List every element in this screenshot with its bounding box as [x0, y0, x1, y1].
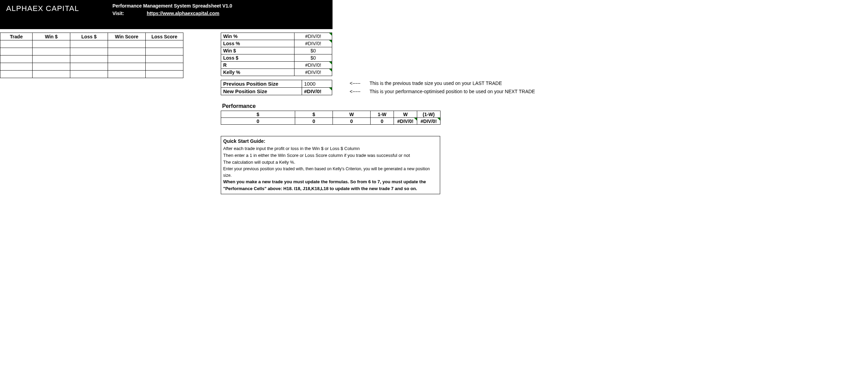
position-table: Previous Position Size 1000 New Position…	[221, 80, 332, 95]
guide-line: After each trade input the profit or los…	[223, 145, 438, 152]
arrow-icon: <-----	[350, 89, 361, 94]
quick-start-guide: Quick Start Guide: After each trade inpu…	[221, 136, 440, 194]
col-header-lossscore: Loss Score	[146, 33, 183, 40]
stat-label: Kelly %	[221, 69, 294, 76]
arrow-icon: <-----	[350, 80, 361, 86]
stat-label: R	[221, 62, 294, 69]
guide-line: When you make a new trade you must updat…	[223, 178, 438, 192]
stat-value: $0	[294, 47, 332, 54]
table-row[interactable]	[0, 55, 183, 63]
stat-label: Loss $	[221, 54, 294, 62]
stat-value: #DIV/0!	[294, 40, 332, 47]
table-row[interactable]	[0, 63, 183, 71]
table-row[interactable]	[0, 71, 183, 78]
col-header-loss: Loss $	[70, 33, 108, 40]
visit-label: Visit:	[112, 10, 147, 17]
stats-table: Win %#DIV/0! Loss %#DIV/0! Win $$0 Loss …	[221, 33, 332, 76]
perf-header: 1-W	[371, 111, 394, 118]
site-link[interactable]: https://www.alphaexcapital.com	[147, 10, 219, 17]
perf-value: #DIV/0!	[394, 118, 417, 125]
perf-header: $	[295, 111, 333, 118]
header-info: Performance Management System Spreadshee…	[112, 2, 232, 29]
col-header-trade: Trade	[0, 33, 33, 40]
perf-header: $	[221, 111, 295, 118]
stat-value: #DIV/0!	[294, 69, 332, 76]
perf-value: 0	[221, 118, 295, 125]
guide-line: Then enter a 1 in either the Win Score o…	[223, 152, 438, 159]
stat-label: Loss %	[221, 40, 294, 47]
new-position-label: New Position Size	[221, 88, 302, 95]
table-row[interactable]	[0, 48, 183, 55]
guide-line: The calculation will output a Kelly %.	[223, 159, 438, 166]
col-header-win: Win $	[33, 33, 70, 40]
guide-line: Enter your previous position you traded …	[223, 166, 438, 178]
stat-label: Win %	[221, 33, 294, 40]
perf-header: W	[333, 111, 371, 118]
prev-position-label: Previous Position Size	[221, 80, 302, 88]
prev-position-value[interactable]: 1000	[302, 80, 332, 88]
perf-header: W	[394, 111, 417, 118]
trade-input-table: Trade Win $ Loss $ Win Score Loss Score	[0, 33, 183, 78]
table-row[interactable]	[0, 40, 183, 48]
guide-title: Quick Start Guide:	[223, 138, 438, 145]
perf-value: 0	[295, 118, 333, 125]
brand-logo: ALPHAEX CAPITAL	[6, 2, 112, 29]
perf-value: #DIV/0!	[417, 118, 441, 125]
spreadsheet-title: Performance Management System Spreadshee…	[112, 2, 232, 10]
performance-title: Performance	[222, 103, 256, 109]
stat-value: #DIV/0!	[294, 62, 332, 69]
stat-value: #DIV/0!	[294, 33, 332, 40]
perf-value: 0	[333, 118, 371, 125]
stat-label: Win $	[221, 47, 294, 54]
new-position-value: #DIV/0!	[302, 88, 332, 95]
header-bar: ALPHAEX CAPITAL Performance Management S…	[0, 0, 333, 29]
col-header-winscore: Win Score	[108, 33, 146, 40]
prev-position-note: This is the previous trade size you used…	[370, 80, 502, 86]
performance-table: $ $ W 1-W W (1-W) 0 0 0 0 #DIV/0! #DIV/0…	[221, 111, 441, 125]
perf-header: (1-W)	[417, 111, 441, 118]
new-position-note: This is your performance-optimised posit…	[370, 89, 535, 94]
stat-value: $0	[294, 54, 332, 62]
perf-value: 0	[371, 118, 394, 125]
